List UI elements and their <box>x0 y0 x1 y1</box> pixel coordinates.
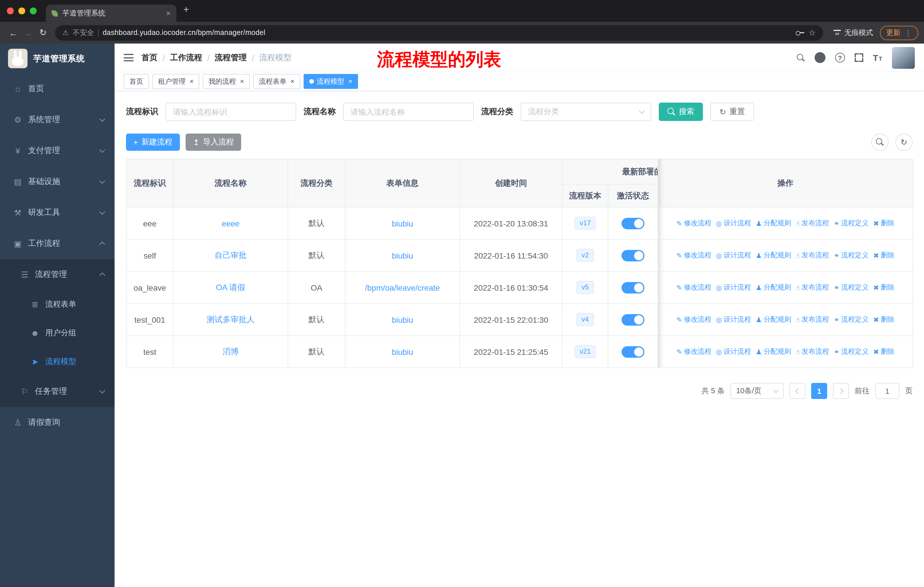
sidebar-item-home[interactable]: ⌂ 首页 <box>0 73 115 104</box>
sidebar-item-infrastructure[interactable]: ▤ 基础设施 <box>0 166 115 197</box>
back-icon[interactable]: ← <box>6 28 21 38</box>
assign-rule-link[interactable]: ♟分配规则 <box>756 347 791 357</box>
next-page-button[interactable] <box>833 383 849 399</box>
close-icon[interactable]: × <box>240 78 244 85</box>
search-icon[interactable] <box>797 54 805 62</box>
reload-icon[interactable]: ↻ <box>36 28 50 38</box>
delete-process-link[interactable]: ✖删除 <box>873 251 894 260</box>
sidebar-item-task-management[interactable]: ⚐ 任务管理 <box>0 376 115 407</box>
window-zoom-button[interactable] <box>30 7 37 14</box>
new-tab-button[interactable]: + <box>183 4 189 15</box>
process-name-link[interactable]: OA 请假 <box>216 282 246 291</box>
import-process-button[interactable]: ↥ 导入流程 <box>186 134 241 151</box>
edit-process-link[interactable]: ✎修改流程 <box>676 315 711 324</box>
publish-process-link[interactable]: ☝发布流程 <box>796 283 829 293</box>
design-process-link[interactable]: ◎设计流程 <box>716 283 751 293</box>
tag-tenant-management[interactable]: 租户管理 × <box>152 74 200 89</box>
process-definition-link[interactable]: ⚭流程定义 <box>834 347 869 357</box>
avatar[interactable] <box>892 47 915 68</box>
publish-process-link[interactable]: ☝发布流程 <box>796 218 829 228</box>
edit-process-link[interactable]: ✎修改流程 <box>676 218 711 228</box>
tag-process-form[interactable]: 流程表单 × <box>253 74 300 89</box>
page-number-button[interactable]: 1 <box>811 383 827 399</box>
window-close-button[interactable] <box>7 7 14 14</box>
process-definition-link[interactable]: ⚭流程定义 <box>834 283 869 293</box>
sidebar-item-process-form[interactable]: ≣ 流程表单 <box>0 290 115 319</box>
sidebar-toggle[interactable] <box>124 54 134 61</box>
star-icon[interactable]: ☆ <box>808 28 816 37</box>
active-toggle[interactable] <box>622 314 644 325</box>
process-name-link[interactable]: 测试多审批人 <box>206 314 255 324</box>
process-name-input[interactable] <box>343 103 474 121</box>
tag-process-model[interactable]: 流程模型 × <box>304 74 358 89</box>
process-name-link[interactable]: 自己审批 <box>214 250 247 260</box>
active-toggle[interactable] <box>622 282 644 293</box>
update-button[interactable]: 更新 ⋮ <box>880 25 918 40</box>
active-toggle[interactable] <box>622 250 644 261</box>
form-info-link[interactable]: biubiu <box>392 347 413 356</box>
breadcrumb-process-management[interactable]: 流程管理 <box>215 53 247 63</box>
goto-page-input[interactable] <box>875 383 899 399</box>
process-name-link[interactable]: eeee <box>222 219 239 228</box>
process-definition-link[interactable]: ⚭流程定义 <box>834 315 869 324</box>
process-definition-link[interactable]: ⚭流程定义 <box>834 251 869 260</box>
sidebar-item-leave-query[interactable]: ♙ 请假查询 <box>0 407 115 438</box>
breadcrumb-home[interactable]: 首页 <box>142 53 158 63</box>
design-process-link[interactable]: ◎设计流程 <box>716 347 751 357</box>
address-input[interactable]: ⚠ 不安全 dashboard.yudao.iocoder.cn/bpm/man… <box>55 25 823 40</box>
assign-rule-link[interactable]: ♟分配规则 <box>756 315 791 324</box>
font-size-icon[interactable]: TT <box>873 53 882 63</box>
prev-page-button[interactable] <box>789 383 805 399</box>
publish-process-link[interactable]: ☝发布流程 <box>796 315 829 324</box>
breadcrumb-workflow[interactable]: 工作流程 <box>170 53 202 63</box>
sidebar-item-process-model[interactable]: ➤ 流程模型 <box>0 347 115 376</box>
edit-process-link[interactable]: ✎修改流程 <box>676 251 711 260</box>
form-info-link[interactable]: biubiu <box>392 251 413 260</box>
process-key-input[interactable] <box>165 103 296 121</box>
design-process-link[interactable]: ◎设计流程 <box>716 218 751 228</box>
tag-home[interactable]: 首页 <box>124 74 149 89</box>
form-info-link[interactable]: biubiu <box>392 219 413 228</box>
sidebar-item-system-management[interactable]: ⚙ 系统管理 <box>0 104 115 135</box>
assign-rule-link[interactable]: ♟分配规则 <box>756 251 791 260</box>
help-icon[interactable]: ? <box>835 53 845 63</box>
create-process-button[interactable]: + 新建流程 <box>126 134 180 151</box>
key-icon[interactable] <box>796 30 805 36</box>
delete-process-link[interactable]: ✖删除 <box>873 347 894 357</box>
delete-process-link[interactable]: ✖删除 <box>873 283 894 293</box>
reset-button[interactable]: ↻ 重置 <box>710 103 754 121</box>
edit-process-link[interactable]: ✎修改流程 <box>676 347 711 357</box>
design-process-link[interactable]: ◎设计流程 <box>716 251 751 260</box>
process-definition-link[interactable]: ⚭流程定义 <box>834 218 869 228</box>
edit-process-link[interactable]: ✎修改流程 <box>676 283 711 293</box>
sidebar-item-devtools[interactable]: ⚒ 研发工具 <box>0 197 115 228</box>
publish-process-link[interactable]: ☝发布流程 <box>796 251 829 260</box>
category-select[interactable]: 流程分类 <box>521 103 651 121</box>
active-toggle[interactable] <box>622 346 644 357</box>
form-info-link[interactable]: biubiu <box>392 315 413 324</box>
sidebar-item-payment[interactable]: ¥ 支付管理 <box>0 135 115 166</box>
close-icon[interactable]: × <box>348 78 352 85</box>
close-icon[interactable]: × <box>166 8 171 18</box>
page-size-select[interactable]: 10条/页 <box>730 383 784 399</box>
toggle-search-button[interactable] <box>871 134 888 151</box>
forward-icon[interactable]: → <box>21 28 36 38</box>
menu-dots-icon[interactable]: ⋮ <box>904 28 912 37</box>
publish-process-link[interactable]: ☝发布流程 <box>796 347 829 357</box>
design-process-link[interactable]: ◎设计流程 <box>716 315 751 324</box>
github-icon[interactable] <box>814 52 825 63</box>
assign-rule-link[interactable]: ♟分配规则 <box>756 283 791 293</box>
form-info-link[interactable]: /bpm/oa/leave/create <box>365 283 440 292</box>
close-icon[interactable]: × <box>190 78 194 85</box>
browser-tab[interactable]: 芋道管理系统 × <box>46 5 177 22</box>
active-toggle[interactable] <box>622 218 644 229</box>
refresh-table-button[interactable]: ↻ <box>895 134 912 151</box>
close-icon[interactable]: × <box>290 78 294 85</box>
tag-my-process[interactable]: 我的流程 × <box>203 74 250 89</box>
fullscreen-icon[interactable] <box>855 53 863 62</box>
process-name-link[interactable]: 滔博 <box>223 347 239 356</box>
window-minimize-button[interactable] <box>18 7 25 14</box>
assign-rule-link[interactable]: ♟分配规则 <box>756 218 791 228</box>
delete-process-link[interactable]: ✖删除 <box>873 218 894 228</box>
delete-process-link[interactable]: ✖删除 <box>873 315 894 324</box>
